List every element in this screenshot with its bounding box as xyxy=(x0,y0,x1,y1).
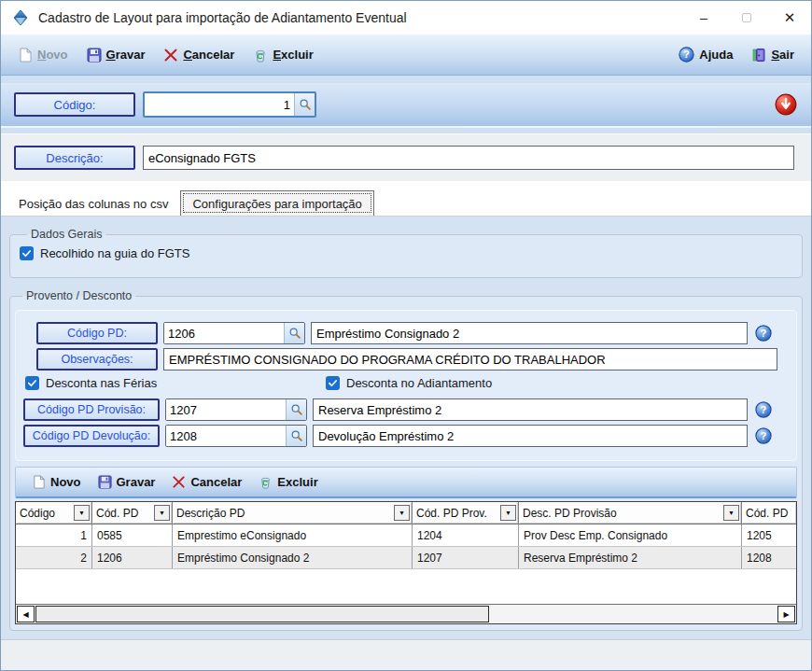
grid-excluir-button[interactable]: Excluir xyxy=(252,472,324,492)
codigo-pd-desc-input[interactable] xyxy=(311,322,748,344)
devolucao-desc-input[interactable] xyxy=(313,425,748,447)
maximize-button[interactable] xyxy=(725,1,768,35)
codigo-pd-label-button[interactable]: Código PD: xyxy=(36,322,158,344)
window-title: Cadastro de Layout para importação de Ad… xyxy=(38,10,682,25)
grid-novo-button[interactable]: Novo xyxy=(25,472,88,492)
codigo-pd-lookup xyxy=(163,322,305,344)
column-header-desc-pd-provisao[interactable]: Desc. PD Provisão▼ xyxy=(519,502,742,524)
provento-desconto-legend: Provento / Desconto xyxy=(22,289,135,302)
novo-button[interactable]: Novo xyxy=(10,44,76,66)
descricao-input[interactable] xyxy=(143,146,794,170)
new-document-icon xyxy=(32,475,46,489)
desconta-adiantamento-label[interactable]: Desconta no Adiantamento xyxy=(346,376,492,390)
save-floppy-icon xyxy=(87,48,102,63)
provisao-help-icon[interactable]: ? xyxy=(755,401,772,418)
filter-dropdown-icon[interactable]: ▼ xyxy=(394,505,410,521)
filter-dropdown-icon[interactable]: ▼ xyxy=(154,505,170,521)
observacoes-input[interactable] xyxy=(163,348,777,370)
grid-gravar-button[interactable]: Gravar xyxy=(91,472,162,492)
grid-header-row: Código▼ Cód. PD▼ Descrição PD▼ Cód. PD P… xyxy=(16,502,796,524)
codigo-pd-help-icon[interactable]: ? xyxy=(755,325,772,342)
desconta-adiantamento-checkbox[interactable] xyxy=(326,376,340,390)
svg-text:?: ? xyxy=(761,430,767,441)
expand-records-button[interactable] xyxy=(775,93,797,116)
app-window: Cadastro de Layout para importação de Ad… xyxy=(0,0,812,671)
provisao-desc-input[interactable] xyxy=(313,398,748,421)
app-diamond-icon xyxy=(12,9,29,26)
dados-gerais-legend: Dados Gerais xyxy=(27,228,105,241)
cancelar-button[interactable]: Cancelar xyxy=(156,44,242,66)
grid-cancelar-button[interactable]: Cancelar xyxy=(165,472,248,492)
magnifier-icon xyxy=(290,403,303,416)
desconta-ferias-label[interactable]: Desconta nas Férias xyxy=(46,376,157,390)
scrollbar-thumb[interactable] xyxy=(35,606,489,622)
close-button[interactable]: ✕ xyxy=(768,1,811,35)
status-footer xyxy=(1,639,811,670)
minimize-button[interactable]: – xyxy=(682,1,725,35)
magnifier-icon xyxy=(299,98,312,111)
codigo-search-button[interactable] xyxy=(294,93,315,116)
devolucao-input[interactable] xyxy=(166,426,286,446)
devolucao-help-icon[interactable]: ? xyxy=(755,427,772,444)
scroll-right-icon[interactable]: ▶ xyxy=(777,606,795,622)
codigo-lookup xyxy=(143,91,316,118)
provisao-search-button[interactable] xyxy=(286,399,306,420)
ajuda-button[interactable]: ? Ajuda xyxy=(671,43,740,66)
descricao-label-button[interactable]: Descrição: xyxy=(14,146,135,170)
codigo-section: Código: xyxy=(1,83,811,128)
tab-configuracoes-importacao[interactable]: Configurações para importação xyxy=(180,190,373,216)
column-header-cod-pd[interactable]: Cód. PD▼ xyxy=(92,502,173,524)
codigo-pd-provisao-label-button[interactable]: Código PD Provisão: xyxy=(23,398,160,421)
filter-dropdown-icon[interactable]: ▼ xyxy=(74,505,90,521)
window-controls: – ✕ xyxy=(682,1,811,35)
provento-desconto-group: Provento / Desconto Código PD: xyxy=(9,289,803,631)
desconta-ferias-checkbox[interactable] xyxy=(25,376,39,390)
recycle-bin-icon xyxy=(253,48,268,63)
column-header-cod-pd-prov[interactable]: Cód. PD Prov.▼ xyxy=(413,502,519,524)
red-down-arrow-icon xyxy=(775,93,797,116)
recolhido-fgts-checkbox[interactable] xyxy=(20,246,34,260)
table-row[interactable]: 2 1206 Empréstimo Consignado 2 1207 Rese… xyxy=(16,547,796,569)
table-row[interactable]: 1 0585 Emprestimo eConsignado 1204 Prov … xyxy=(16,524,796,547)
sair-button[interactable]: Sair xyxy=(744,44,802,66)
svg-text:?: ? xyxy=(761,404,767,415)
devolucao-search-button[interactable] xyxy=(286,426,306,446)
pd-fields-panel: Código PD: ? xyxy=(15,310,797,461)
recolhido-fgts-label[interactable]: Recolhido na guia do FGTS xyxy=(40,246,189,260)
scroll-left-icon[interactable]: ◀ xyxy=(17,606,35,622)
codigo-pd-search-button[interactable] xyxy=(284,323,304,343)
exit-door-icon xyxy=(751,48,766,63)
excluir-button[interactable]: Excluir xyxy=(245,44,320,66)
column-header-descricao-pd[interactable]: Descrição PD▼ xyxy=(173,502,413,524)
filter-dropdown-icon[interactable]: ▼ xyxy=(723,505,739,521)
check-icon xyxy=(27,378,37,388)
codigo-label-button[interactable]: Código: xyxy=(14,92,135,117)
svg-text:?: ? xyxy=(684,49,690,60)
filter-dropdown-icon[interactable]: ▼ xyxy=(500,505,516,521)
column-header-codigo[interactable]: Código▼ xyxy=(16,502,92,524)
tab-posicao-colunas-csv[interactable]: Posição das colunas no csv xyxy=(7,190,180,216)
cancel-x-icon xyxy=(163,48,178,63)
provisao-lookup xyxy=(165,398,307,421)
gravar-button[interactable]: Gravar xyxy=(79,44,153,66)
recycle-bin-icon xyxy=(259,475,273,489)
pd-grid: Código▼ Cód. PD▼ Descrição PD▼ Cód. PD P… xyxy=(15,501,797,624)
tab-content: Dados Gerais Recolhido na guia do FGTS P… xyxy=(1,217,811,639)
help-icon: ? xyxy=(679,47,694,63)
magnifier-icon xyxy=(290,429,303,442)
grid-toolbar: Novo Gravar Cancelar xyxy=(15,467,797,498)
magnifier-icon xyxy=(288,327,301,340)
pd-checkbox-row: Desconta nas Férias Desconta no Adiantam… xyxy=(25,374,796,391)
codigo-input[interactable] xyxy=(145,93,294,116)
observacoes-label-button[interactable]: Observações: xyxy=(36,348,158,370)
horizontal-scrollbar[interactable]: ◀ ▶ xyxy=(16,604,796,623)
title-bar: Cadastro de Layout para importação de Ad… xyxy=(1,1,811,35)
save-floppy-icon xyxy=(98,475,112,489)
check-icon xyxy=(328,378,338,388)
devolucao-lookup xyxy=(165,425,307,447)
provisao-input[interactable] xyxy=(166,399,286,420)
column-header-cod-pd-dev[interactable]: Cód. PD xyxy=(742,502,796,524)
codigo-pd-devolucao-label-button[interactable]: Código PD Devolução: xyxy=(23,425,160,447)
codigo-pd-input[interactable] xyxy=(164,323,284,343)
descricao-section: Descrição: xyxy=(1,133,811,181)
